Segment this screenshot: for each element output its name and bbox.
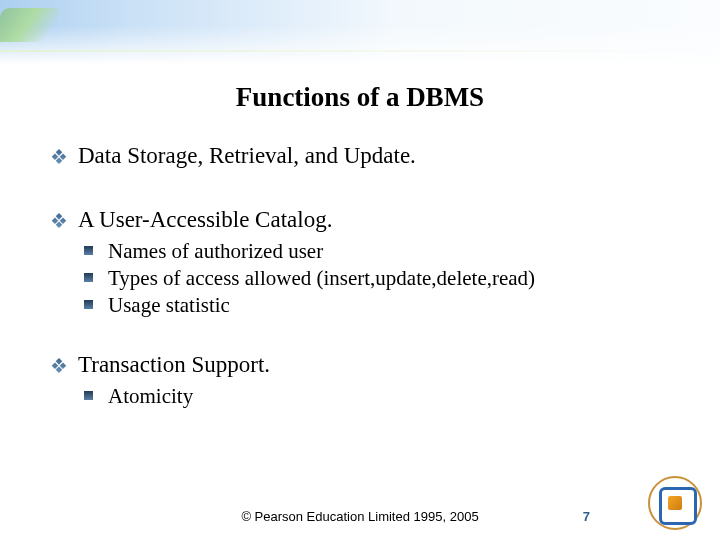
- bullet-level1: ❖ A User-Accessible Catalog.: [50, 207, 670, 233]
- slide-title: Functions of a DBMS: [50, 82, 670, 113]
- bullet-text: Types of access allowed (insert,update,d…: [108, 266, 535, 290]
- bullet-level2: Usage statistic: [50, 293, 670, 318]
- bullet-text: Data Storage, Retrieval, and Update.: [78, 143, 416, 168]
- bullet-text: Transaction Support.: [78, 352, 270, 377]
- bullet-level2: Types of access allowed (insert,update,d…: [50, 266, 670, 291]
- diamond-icon: ❖: [50, 143, 68, 171]
- footer-copyright: © Pearson Education Limited 1995, 2005: [0, 509, 720, 524]
- square-icon: [84, 273, 93, 282]
- institution-logo: [648, 476, 702, 530]
- bullet-level2: Atomicity: [50, 384, 670, 409]
- slide-body: Functions of a DBMS ❖ Data Storage, Retr…: [0, 0, 720, 540]
- page-number: 7: [583, 509, 590, 524]
- bullet-level2: Names of authorized user: [50, 239, 670, 264]
- bullet-text: Usage statistic: [108, 293, 230, 317]
- bullet-text: Atomicity: [108, 384, 193, 408]
- square-icon: [84, 391, 93, 400]
- square-icon: [84, 246, 93, 255]
- bullet-text: Names of authorized user: [108, 239, 323, 263]
- diamond-icon: ❖: [50, 207, 68, 235]
- bullet-level1: ❖ Data Storage, Retrieval, and Update.: [50, 143, 670, 169]
- bullet-level1: ❖ Transaction Support.: [50, 352, 670, 378]
- diamond-icon: ❖: [50, 352, 68, 380]
- bullet-text: A User-Accessible Catalog.: [78, 207, 332, 232]
- square-icon: [84, 300, 93, 309]
